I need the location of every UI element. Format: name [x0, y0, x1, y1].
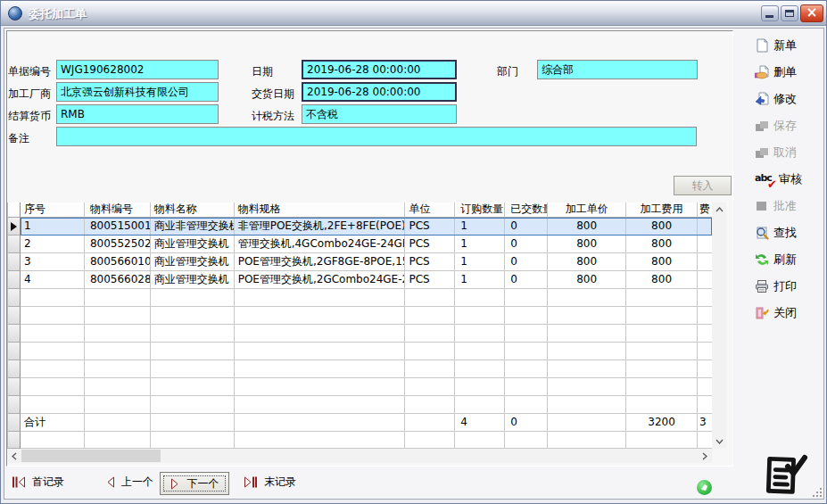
- remark-field[interactable]: [56, 127, 697, 146]
- sidebar-label: 打印: [773, 278, 797, 294]
- table-row[interactable]: 4 8005660280 商业管理交换机 POE管理交换机,2GCombo24G…: [8, 271, 712, 289]
- scroll-down-icon[interactable]: [712, 434, 726, 449]
- scroll-right-icon[interactable]: [698, 449, 712, 463]
- nav-next-icon: [170, 478, 181, 490]
- cell: 8005150010: [85, 218, 151, 235]
- title-bar[interactable]: 委托加工单 ×: [1, 1, 827, 26]
- col-header[interactable]: 物料名称: [151, 202, 235, 218]
- table-empty-row: [8, 378, 712, 396]
- sidebar-button-cancel: 取消: [755, 144, 797, 161]
- sidebar-label: 保存: [773, 118, 797, 134]
- sidebar-button-save: 保存: [755, 117, 797, 135]
- col-header[interactable]: 加工单价: [548, 202, 626, 218]
- col-header[interactable]: 已交数量: [505, 202, 548, 218]
- sidebar-button-print[interactable]: 打印: [755, 277, 797, 295]
- scroll-up-icon[interactable]: [712, 202, 726, 217]
- col-header[interactable]: 单位: [405, 202, 455, 218]
- currency-field[interactable]: [56, 104, 219, 124]
- table-row[interactable]: 3 8005660100 商业管理交换机 POE管理交换机,2GF8GE-8PO…: [8, 253, 712, 271]
- doc-no-field[interactable]: [56, 60, 219, 79]
- cell: 800: [626, 271, 698, 289]
- new-doc-icon: [755, 38, 769, 53]
- table-empty-row: [8, 396, 712, 414]
- col-header[interactable]: 物料规格: [235, 202, 406, 218]
- sidebar-button-new[interactable]: 新单: [755, 37, 797, 54]
- table-horizontal-scrollbar[interactable]: [7, 449, 712, 463]
- col-header[interactable]: 序号: [21, 202, 85, 218]
- cell: [85, 414, 151, 432]
- cell: 商业非管理交换机: [151, 218, 235, 235]
- cell: [405, 414, 455, 432]
- sidebar-button-find[interactable]: 查找: [755, 224, 797, 242]
- row-selector-cell: [8, 414, 21, 432]
- cancel-icon: [755, 145, 769, 160]
- scroll-left-icon[interactable]: [7, 449, 21, 463]
- minimize-button[interactable]: [761, 5, 779, 21]
- transfer-in-button[interactable]: 转入: [674, 176, 732, 195]
- table-row[interactable]: 1 8005150010 商业非管理交换机 非管理POE交换机,2FE+8FE(…: [8, 218, 712, 235]
- nav-next-record-button[interactable]: 下一个: [160, 472, 229, 495]
- cell: [698, 271, 712, 289]
- tax-method-field[interactable]: [302, 104, 457, 124]
- close-icon: ×: [806, 4, 818, 21]
- tax-method-label: 计税方法: [252, 109, 294, 124]
- cell: 商业管理交换机: [151, 235, 235, 253]
- cell: 1: [455, 218, 505, 235]
- cell: [548, 414, 626, 432]
- cell: 4: [21, 271, 85, 289]
- nav-last-icon: [244, 476, 258, 488]
- total-fee: 3200: [626, 414, 698, 432]
- department-label: 部门: [497, 64, 518, 79]
- sidebar-label: 查找: [773, 225, 797, 241]
- vendor-label: 加工厂商: [8, 87, 51, 102]
- sidebar-label: 新单: [773, 37, 797, 54]
- nav-previous-record[interactable]: 上一个: [104, 475, 153, 490]
- col-header[interactable]: 加工费用: [626, 202, 698, 218]
- maximize-icon: [785, 10, 794, 17]
- cell: 非管理POE交换机,2FE+8FE(POE),5: [235, 218, 406, 235]
- table-empty-row: [8, 343, 712, 360]
- sidebar-button-close-form[interactable]: 关闭: [755, 304, 797, 322]
- close-button[interactable]: ×: [800, 4, 823, 22]
- sidebar-button-delete[interactable]: 删单: [755, 63, 797, 81]
- sidebar-button-refresh[interactable]: 刷新: [755, 251, 797, 269]
- sidebar-button-approve: 批准: [755, 197, 797, 215]
- cell: PCS: [405, 271, 455, 289]
- delivery-date-field[interactable]: [302, 82, 457, 102]
- col-header[interactable]: 订购数量: [455, 202, 505, 218]
- table-vertical-scrollbar[interactable]: [712, 202, 726, 449]
- cell: 800: [548, 218, 626, 235]
- nav-prev-label: 上一个: [121, 475, 153, 490]
- sidebar-button-modify[interactable]: 修改: [755, 90, 797, 108]
- nav-first-record[interactable]: 首记录: [12, 475, 64, 490]
- row-selector-cell[interactable]: [8, 271, 21, 289]
- total-label-cell: 合计: [21, 414, 85, 432]
- table-total-row: 合计 4 0 3200 3: [8, 414, 712, 432]
- resize-grip[interactable]: [811, 488, 823, 499]
- cell: 0: [505, 271, 548, 289]
- sidebar-label: 关闭: [773, 305, 797, 321]
- table-header-row: 序号 物料编号 物料名称 物料规格 单位 订购数量 已交数量 加工单价 加工费用…: [8, 202, 712, 218]
- app-icon: [8, 6, 22, 21]
- row-selector-cell[interactable]: [8, 253, 21, 271]
- nav-last-record[interactable]: 末记录: [244, 475, 296, 490]
- total-order-qty: 4: [455, 414, 505, 432]
- date-field[interactable]: [302, 60, 457, 79]
- notepad-icon: [762, 451, 808, 502]
- maximize-button[interactable]: [781, 5, 798, 21]
- sidebar-button-audit[interactable]: abc✔ 审核: [755, 170, 802, 188]
- sidebar-label: 审核: [779, 171, 802, 187]
- doc-no-label: 单据编号: [8, 64, 51, 79]
- vendor-field[interactable]: [56, 82, 219, 102]
- table-row[interactable]: 2 8005525028 商业管理交换机 管理交换机,4GCombo24GE-2…: [8, 235, 712, 253]
- sidebar-label: 删单: [773, 64, 797, 80]
- modify-doc-icon: [755, 92, 769, 106]
- cell: 商业管理交换机: [151, 253, 235, 271]
- scrollbar-thumb[interactable]: [21, 450, 161, 462]
- minimize-icon: [765, 15, 773, 18]
- department-field[interactable]: [537, 60, 698, 79]
- row-selector-cell[interactable]: [8, 235, 21, 253]
- col-header[interactable]: 物料编号: [85, 202, 151, 218]
- col-header[interactable]: 费: [698, 202, 712, 218]
- row-selector-cell[interactable]: [8, 218, 21, 235]
